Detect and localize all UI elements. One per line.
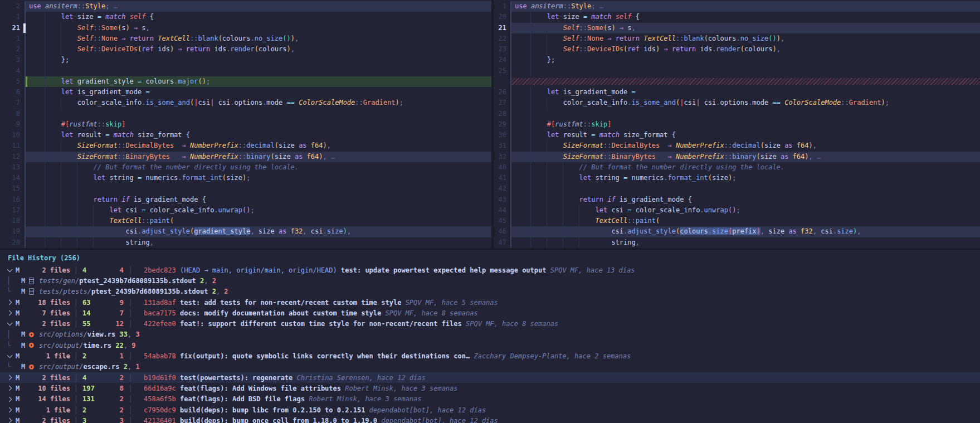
chevron-right-icon[interactable] <box>7 386 16 390</box>
code-line[interactable]: 47 string, <box>494 237 980 248</box>
changed-file-row[interactable]: └Msrc/output/time.rs 22, 9 <box>0 340 980 351</box>
code-line[interactable]: 14 let string = numerics.format_int(size… <box>0 173 491 183</box>
code-text: color_scale_info.is_some_and(|csi| csi.o… <box>511 98 980 108</box>
code-line[interactable]: 43 return if is_gradient_mode { <box>494 195 980 205</box>
chevron-right-icon[interactable] <box>7 397 16 401</box>
code-line[interactable]: 25 <box>494 66 980 76</box>
changed-file-row[interactable]: │Mtests/gen/ptest_2439b7d68089135b.stdou… <box>0 275 980 286</box>
line-number <box>494 76 511 87</box>
code-line[interactable]: 21 Self::Some(s) ⇒ s, <box>494 23 980 33</box>
code-line[interactable]: 1 Self::None ⇒ return TextCell::blank(co… <box>0 33 491 44</box>
code-line[interactable] <box>494 76 980 87</box>
code-line[interactable]: 31 SizeFormat::DecimalBytes ⇒ NumberPref… <box>494 140 980 151</box>
files-count: 14 files <box>25 395 70 403</box>
author-and-date: Zacchary Dempsey-Plante, hace 2 semanas <box>474 352 631 360</box>
code-text: csi.adjust_style(gradient_style, size as… <box>26 226 491 237</box>
code-line[interactable]: 20 string, <box>0 237 491 248</box>
commit-row[interactable]: M18 files│639│131ad8af test: add tests f… <box>0 297 980 308</box>
code-line[interactable]: 11 SizeFormat::DecimalBytes ⇒ NumberPref… <box>0 140 491 151</box>
code-line[interactable]: 20 let size = match self { <box>494 12 980 22</box>
code-line[interactable]: 19 csi.adjust_style(gradient_style, size… <box>0 226 491 237</box>
line-number: 12 <box>0 152 26 162</box>
chevron-right-icon[interactable] <box>7 311 16 315</box>
changed-file-row[interactable]: └Mtests/ptests/ptest_2439b7d68089135b.st… <box>0 286 980 297</box>
commit-row[interactable]: M1 file│22│c7950dc9 build(deps): bump li… <box>0 405 980 415</box>
code-text: string, <box>26 237 491 248</box>
chevron-down-icon[interactable] <box>7 269 16 271</box>
code-line[interactable]: 2 Self::DeviceIDs(ref ids) ⇒ return ids.… <box>0 44 491 55</box>
commit-row[interactable]: M2 files│33│42136401 build(deps): bump o… <box>0 415 980 423</box>
code-line[interactable]: 7 color_scale_info.is_some_and(|csi| csi… <box>0 98 491 108</box>
right-code-pane[interactable]: 1use ansiterm::Style; …20 let size = mat… <box>494 0 980 248</box>
chevron-right-icon[interactable] <box>7 419 16 422</box>
chevron-right-icon[interactable] <box>7 408 16 412</box>
commit-row[interactable]: M1 file│21│54abab78 fix(output): quote s… <box>0 351 980 361</box>
code-line[interactable]: 32 SizeFormat::BinaryBytes ⇒ NumberPrefi… <box>494 152 980 162</box>
code-line[interactable]: 2use ansiterm::Style; … <box>0 1 491 12</box>
line-number: 24 <box>494 55 511 65</box>
author-and-date: Christina Sørensen, hace 12 días <box>297 374 426 382</box>
code-line[interactable]: 40 // But format the number directly usi… <box>494 162 980 173</box>
code-text <box>26 66 491 76</box>
files-count: 10 files <box>25 385 70 392</box>
line-number: 27 <box>494 98 511 108</box>
commit-row[interactable]: M2 files│42│b19d61f0 test(powertests): r… <box>0 372 980 383</box>
code-text: SizeFormat::DecimalBytes ⇒ NumberPrefix:… <box>26 140 491 151</box>
code-line[interactable]: 13 // But format the number directly usi… <box>0 162 491 173</box>
code-line[interactable]: 17 let csi = color_scale_info.unwrap(); <box>0 205 491 216</box>
code-line[interactable]: 18 TextCell::paint( <box>0 216 491 226</box>
code-line[interactable]: 44 let csi = color_scale_info.unwrap(); <box>494 205 980 216</box>
additions-count: 63 <box>81 299 109 307</box>
code-line[interactable]: 12 SizeFormat::BinaryBytes ⇒ NumberPrefi… <box>0 152 491 162</box>
code-line[interactable]: 23 Self::DeviceIDs(ref ids) ⇒ return ids… <box>494 44 980 55</box>
code-line[interactable]: 41 let string = numerics.format_int(size… <box>494 173 980 183</box>
changed-file-row[interactable]: │Msrc/options/view.rs 33, 3 <box>0 329 980 340</box>
status-badge: M <box>16 309 25 317</box>
commit-row[interactable]: M2 files│5512│422efee0 feat!: support di… <box>0 318 980 329</box>
changed-file-row[interactable]: └Msrc/output/escape.rs 2, 1 <box>0 362 980 372</box>
code-line[interactable]: 30 let result = match size_format { <box>494 130 980 140</box>
code-line[interactable]: 6 let is_gradient_mode = <box>0 87 491 98</box>
code-line[interactable]: 45 TextCell::paint( <box>494 216 980 226</box>
code-line[interactable]: 1use ansiterm::Style; … <box>494 1 980 12</box>
code-line[interactable]: 15 <box>0 183 491 194</box>
code-line[interactable]: 28 <box>494 109 980 119</box>
code-line[interactable]: 10 let result = match size_format { <box>0 130 491 140</box>
code-line[interactable]: 9 #[rustfmt::skip] <box>0 119 491 130</box>
code-line[interactable]: 3 }; <box>0 55 491 65</box>
additions-count: 2 <box>81 406 109 414</box>
code-line[interactable]: 1 let size = match self { <box>0 12 491 22</box>
code-line[interactable]: 8 <box>0 109 491 119</box>
code-text: #[rustfmt::skip] <box>26 119 491 130</box>
line-number: 10 <box>0 130 26 140</box>
code-line[interactable]: 5 let gradient_style = colours.major(); <box>0 76 491 87</box>
code-line[interactable]: 42 <box>494 183 980 194</box>
code-line[interactable]: 26 let is_gradient_mode = <box>494 87 980 98</box>
commit-message: feat!: support different custom time sty… <box>180 320 462 328</box>
commit-row[interactable]: M2 files│44│2bedc823 (HEAD → main, origi… <box>0 265 980 275</box>
chevron-down-icon[interactable] <box>7 355 16 357</box>
left-code-pane[interactable]: 2use ansiterm::Style; …1 let size = matc… <box>0 0 491 248</box>
code-line[interactable]: 29 #[rustfmt::skip] <box>494 119 980 130</box>
code-text: csi.adjust_style(colours.size(prefix), s… <box>511 226 980 237</box>
code-line[interactable]: 24 }; <box>494 55 980 65</box>
code-line[interactable]: 16 return if is_gradient_mode { <box>0 195 491 205</box>
code-line[interactable]: 4 <box>0 66 491 76</box>
code-text: use ansiterm::Style; … <box>511 1 980 12</box>
code-line[interactable]: 27 color_scale_info.is_some_and(|csi| cs… <box>494 98 980 108</box>
commit-row[interactable]: M10 files│1978│66d16a9c feat(flags): Add… <box>0 383 980 393</box>
commit-row[interactable]: M14 files│1312│458a6f5b feat(flags): Add… <box>0 394 980 405</box>
line-number: 13 <box>0 162 26 173</box>
code-line[interactable]: 21 Self::Some(s) ⇒ s, <box>0 23 491 33</box>
code-line[interactable]: 46 csi.adjust_style(colours.size(prefix)… <box>494 226 980 237</box>
chevron-right-icon[interactable] <box>7 376 16 380</box>
commit-row[interactable]: M7 files│147│baca7175 docs: modify docum… <box>0 308 980 318</box>
code-text: let result = match size_format { <box>511 130 980 140</box>
chevron-down-icon[interactable] <box>7 323 16 325</box>
chevron-right-icon[interactable] <box>7 300 16 304</box>
deletions-count: 9 <box>109 299 124 307</box>
code-line[interactable]: 22 Self::None ⇒ return TextCell::blank(c… <box>494 33 980 44</box>
commit-summary: 458a6f5b feat(flags): Add BSD file flags… <box>137 395 422 403</box>
files-count: 2 files <box>25 266 70 274</box>
editor: 2use ansiterm::Style; …1 let size = matc… <box>0 0 980 248</box>
